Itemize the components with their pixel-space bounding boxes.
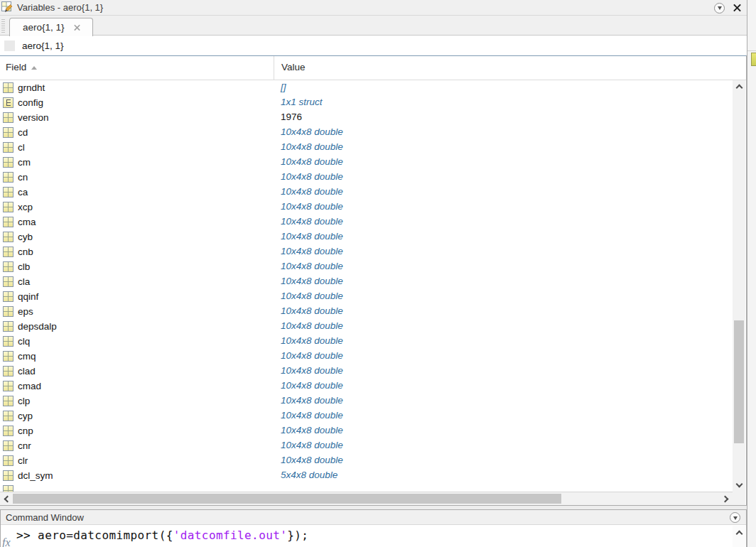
table-row[interactable]: cl 10x4x8 double [0,140,733,155]
field-type-icon [3,142,14,153]
field-type-icon [3,411,14,421]
chevron-down-icon [735,481,742,488]
field-name: qqinf [18,291,38,302]
field-name: clq [18,336,30,347]
table-row[interactable]: cyp 10x4x8 double [0,408,733,423]
scroll-up-button[interactable] [733,80,745,93]
column-header-value[interactable]: Value [281,62,306,72]
field-name: grndht [18,82,45,93]
field-type-icon [3,127,14,138]
table-row[interactable]: cnb 10x4x8 double [0,244,733,259]
command-window-scrollbar[interactable] [733,526,745,547]
command-code: >> aero=datcomimport({ [16,529,173,542]
horizontal-scrollbar-thumb[interactable] [13,494,561,504]
table-row[interactable]: clp 10x4x8 double [0,394,733,408]
field-type-icon [3,187,14,197]
tab-close-button[interactable] [74,24,80,31]
field-name: clad [18,366,36,377]
docked-panel-icon-sliver[interactable] [751,53,756,66]
table-row[interactable]: clq 10x4x8 double [0,334,733,349]
field-name: cd [18,127,28,138]
drag-grip[interactable] [1,19,5,33]
field-name: cl [18,142,25,153]
table-row[interactable]: clb 10x4x8 double [0,259,733,274]
column-divider[interactable] [274,56,274,80]
field-type-icon [3,470,14,481]
scroll-up-button[interactable] [733,527,745,538]
field-type-icon [3,426,14,436]
command-line[interactable]: >> aero=datcomimport({'datcomfile.out'})… [16,529,308,542]
table-row[interactable]: clr 10x4x8 double [0,453,733,468]
table-row[interactable]: qqinf 10x4x8 double [0,289,733,304]
field-type-icon [3,97,14,108]
command-string-literal: 'datcomfile.out' [173,529,288,542]
table-row[interactable]: ca 10x4x8 double [0,185,733,200]
field-value: 10x4x8 double [281,365,343,376]
field-value: 10x4x8 double [281,201,343,212]
table-row[interactable]: clad 10x4x8 double [0,364,733,379]
table-row[interactable]: cm 10x4x8 double [0,155,733,170]
tab-bar: aero{1, 1} [0,16,747,36]
breadcrumb-label[interactable]: aero{1, 1} [22,40,64,51]
command-window-menu-button[interactable] [730,512,740,523]
field-value: 10x4x8 double [281,440,343,450]
field-name: cm [18,157,31,168]
chevron-down-icon [733,516,738,520]
table-row[interactable]: cla 10x4x8 double [0,274,733,289]
table-row[interactable]: cmad 10x4x8 double [0,379,733,394]
table-row[interactable]: depsdalp 10x4x8 double [0,319,733,334]
field-type-icon [3,82,14,93]
table-row[interactable]: cnr 10x4x8 double [0,438,733,453]
field-value: 10x4x8 double [281,186,343,197]
panel-menu-button[interactable] [714,3,725,13]
vertical-scrollbar-thumb[interactable] [734,320,744,443]
edge-divider [747,50,756,51]
field-type-icon [3,351,14,362]
field-value: 10x4x8 double [281,261,343,271]
field-type-icon [3,291,14,302]
field-name: cyp [18,411,33,421]
scroll-down-button[interactable] [733,479,745,492]
field-value: 10x4x8 double [281,171,343,182]
field-name: version [18,112,49,123]
field-value: 10x4x8 double [281,335,343,346]
scroll-right-button[interactable] [720,492,733,505]
field-type-icon [3,366,14,377]
tab-label: aero{1, 1} [23,22,65,33]
field-type-icon [3,232,14,242]
field-name: cnp [18,426,33,436]
table-row[interactable]: cn 10x4x8 double [0,170,733,185]
horizontal-scrollbar[interactable] [0,492,733,505]
field-name: cmad [18,381,41,391]
field-value: 10x4x8 double [281,246,343,256]
scroll-left-button[interactable] [0,492,13,505]
field-name: config [18,97,43,108]
tab-aero[interactable]: aero{1, 1} [9,18,93,36]
table-row[interactable]: cma 10x4x8 double [0,215,733,229]
table-row[interactable]: version 1976 [0,110,733,125]
table-row[interactable]: dcl_sym 5x4x8 double [0,468,733,483]
close-panel-button[interactable] [733,4,741,12]
scrollbar-corner [733,492,745,505]
field-type-icon [3,336,14,347]
table-row[interactable]: cyb 10x4x8 double [0,229,733,244]
table-row[interactable]: cnp 10x4x8 double [0,423,733,438]
table-row[interactable]: grndht [] [0,80,733,95]
fx-badge: fx [2,536,11,547]
field-value: 10x4x8 double [281,276,343,286]
table-row[interactable]: xcp 10x4x8 double [0,200,733,215]
field-value: 10x4x8 double [281,410,343,421]
window-title: Variables - aero{1, 1} [17,2,103,13]
column-header-field[interactable]: Field [6,62,37,72]
table-row[interactable]: config 1x1 struct [0,95,733,110]
chevron-left-icon [4,495,11,502]
vertical-scrollbar[interactable] [733,80,745,492]
field-value: 10x4x8 double [281,395,343,406]
table-row[interactable]: cd 10x4x8 double [0,125,733,140]
variables-editor-icon [1,1,14,13]
command-window-body[interactable]: fx >> aero=datcomimport({'datcomfile.out… [1,525,746,547]
command-window-header: Command Window [1,510,746,525]
table-row[interactable]: eps 10x4x8 double [0,304,733,319]
table-row[interactable]: cmq 10x4x8 double [0,349,733,364]
chevron-up-icon [735,85,742,92]
